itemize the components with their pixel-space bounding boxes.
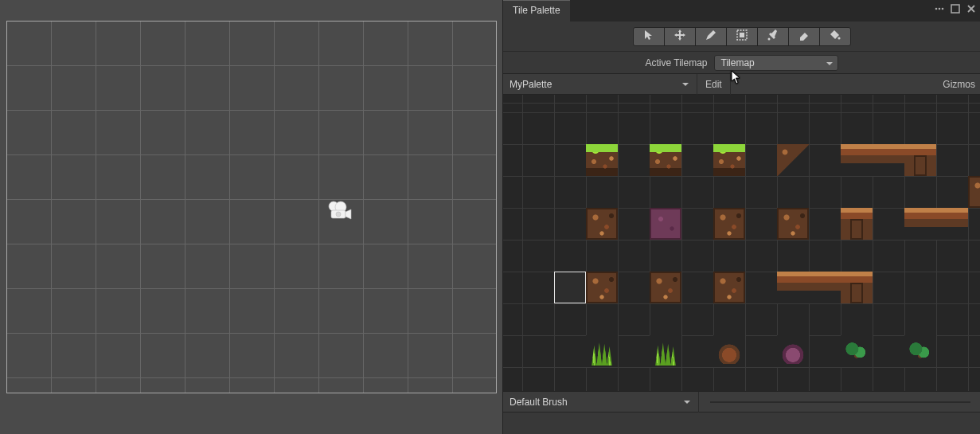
grass-plant-tile[interactable] bbox=[586, 335, 618, 367]
tile-canvas[interactable] bbox=[503, 95, 980, 391]
edit-button[interactable]: Edit bbox=[697, 74, 731, 95]
brush-slider[interactable] bbox=[710, 401, 970, 403]
scene-view[interactable] bbox=[0, 0, 502, 434]
brush-dropdown[interactable]: Default Brush bbox=[503, 392, 699, 412]
palette-dropdown[interactable]: MyPalette bbox=[503, 74, 697, 95]
svg-point-4 bbox=[336, 212, 341, 217]
platform-post-tile[interactable] bbox=[841, 208, 873, 240]
svg-rect-11 bbox=[740, 33, 744, 37]
active-tilemap-label: Active Tilemap bbox=[645, 57, 707, 68]
platform-tile[interactable] bbox=[809, 272, 841, 303]
svg-point-6 bbox=[939, 8, 941, 10]
dirt-tile[interactable] bbox=[650, 272, 681, 303]
box-fill-icon bbox=[736, 29, 748, 44]
dirt-tile[interactable] bbox=[713, 208, 745, 240]
palette-value: MyPalette bbox=[510, 79, 552, 90]
maximize-icon[interactable] bbox=[950, 3, 961, 14]
svg-marker-3 bbox=[346, 209, 351, 219]
paint-icon bbox=[705, 29, 717, 44]
grass-dirt-tile[interactable] bbox=[713, 144, 745, 176]
bush-tile[interactable] bbox=[904, 335, 936, 367]
active-tilemap-dropdown[interactable]: Tilemap bbox=[714, 55, 838, 71]
select-tool-button[interactable] bbox=[633, 27, 665, 46]
active-tilemap-value: Tilemap bbox=[721, 57, 755, 68]
brush-value: Default Brush bbox=[510, 397, 568, 408]
grass-dirt-tile[interactable] bbox=[650, 144, 681, 176]
tab-bar: Tile Palette bbox=[503, 0, 980, 22]
brush-row: Default Brush bbox=[503, 391, 980, 412]
scene-grid[interactable] bbox=[6, 21, 497, 393]
cursor-icon bbox=[731, 70, 742, 84]
tile-selection[interactable] bbox=[554, 272, 586, 303]
bush-tile[interactable] bbox=[841, 335, 873, 367]
dirt-corner-tile[interactable] bbox=[777, 144, 809, 176]
svg-marker-9 bbox=[645, 30, 652, 40]
svg-point-5 bbox=[935, 8, 938, 10]
svg-rect-8 bbox=[951, 5, 959, 13]
fill-icon bbox=[829, 29, 841, 44]
svg-point-12 bbox=[767, 38, 770, 41]
camera-gizmo-icon[interactable] bbox=[325, 199, 353, 221]
dirt-tile[interactable] bbox=[586, 272, 618, 303]
platform-tile[interactable] bbox=[904, 208, 936, 240]
footer-row bbox=[503, 412, 980, 434]
purple-tile[interactable] bbox=[650, 208, 681, 240]
tab-tile-palette[interactable]: Tile Palette bbox=[503, 0, 570, 22]
select-icon bbox=[642, 29, 655, 44]
fill-tool-button[interactable] bbox=[819, 27, 851, 46]
eraser-tool-button[interactable] bbox=[788, 27, 820, 46]
tile-tools-toolbar bbox=[503, 22, 980, 52]
purple-rock-tile[interactable] bbox=[777, 335, 809, 367]
close-icon[interactable] bbox=[966, 3, 977, 14]
tile-palette-panel: Tile Palette Active Tilemap Tilemap MyPa… bbox=[502, 0, 980, 434]
dirt-tile[interactable] bbox=[777, 208, 809, 240]
platform-post-tile[interactable] bbox=[904, 144, 936, 176]
move-tool-button[interactable] bbox=[664, 27, 696, 46]
dirt-tile[interactable] bbox=[586, 208, 618, 240]
svg-marker-14 bbox=[732, 71, 740, 84]
svg-point-13 bbox=[837, 37, 840, 39]
eraser-icon bbox=[798, 29, 810, 44]
grass-plant-tile[interactable] bbox=[650, 335, 681, 367]
platform-tile[interactable] bbox=[873, 144, 904, 176]
grass-dirt-tile[interactable] bbox=[586, 144, 618, 176]
dirt-edge-tile[interactable] bbox=[968, 176, 980, 208]
platform-tile[interactable] bbox=[841, 144, 873, 176]
rock-tile[interactable] bbox=[713, 335, 745, 367]
platform-tile[interactable] bbox=[777, 272, 809, 303]
paint-tool-button[interactable] bbox=[695, 27, 727, 46]
platform-post-tile[interactable] bbox=[841, 272, 873, 303]
picker-icon bbox=[767, 29, 779, 44]
kebab-menu-icon[interactable] bbox=[934, 3, 945, 14]
svg-point-7 bbox=[942, 8, 944, 10]
move-icon bbox=[674, 29, 686, 44]
dirt-tile[interactable] bbox=[713, 272, 745, 303]
gizmos-button[interactable]: Gizmos bbox=[943, 74, 975, 95]
box-fill-tool-button[interactable] bbox=[726, 27, 758, 46]
picker-tool-button[interactable] bbox=[757, 27, 789, 46]
platform-tile[interactable] bbox=[936, 208, 968, 240]
